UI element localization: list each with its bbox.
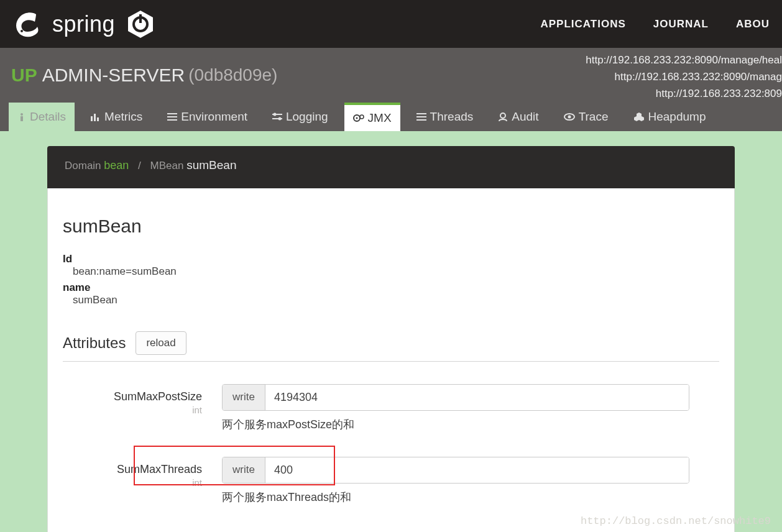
crumb-sep: / <box>138 160 141 172</box>
name-label: name <box>63 282 719 294</box>
input-group: write <box>222 384 689 411</box>
server-id: (0db8d09e) <box>188 65 277 85</box>
tab-jmx[interactable]: JMX <box>344 103 400 131</box>
status-badge: UP <box>11 65 37 86</box>
tab-logging[interactable]: Logging <box>264 103 337 131</box>
top-nav: APPLICATIONS JOURNAL ABOU <box>540 18 770 30</box>
attr-label-col: SumMaxThreads int <box>63 457 222 488</box>
attr-type: int <box>63 405 202 415</box>
brand-text: spring <box>52 11 115 37</box>
reload-button[interactable]: reload <box>136 331 186 355</box>
svg-point-18 <box>360 115 364 119</box>
tab-logging-label: Logging <box>286 110 328 124</box>
nav-applications[interactable]: APPLICATIONS <box>540 18 625 30</box>
eye-icon <box>564 112 575 121</box>
server-name: ADMIN-SERVER <box>42 65 185 86</box>
svg-point-15 <box>278 117 281 121</box>
tab-trace-label: Trace <box>579 110 609 124</box>
attr-type: int <box>63 477 202 488</box>
info-icon <box>17 112 26 121</box>
panel: Domain bean / MBean sumBean sumBean Id b… <box>47 146 735 532</box>
summaxthreads-input[interactable] <box>265 457 689 483</box>
write-button[interactable]: write <box>223 385 265 410</box>
content: sumBean Id bean:name=sumBean name sumBea… <box>47 188 735 532</box>
summaxpostsize-input[interactable] <box>265 385 689 410</box>
tab-jmx-label: JMX <box>368 111 392 125</box>
tab-trace[interactable]: Trace <box>555 103 617 131</box>
tab-threads-label: Threads <box>430 110 474 124</box>
attr-name: SumMaxPostSize <box>114 390 202 403</box>
tab-heapdump[interactable]: Heapdump <box>625 103 715 131</box>
gears-icon <box>353 114 364 122</box>
tab-audit-label: Audit <box>512 110 538 124</box>
tab-environment-label: Environment <box>181 110 247 124</box>
attr-row-summaxpostsize: SumMaxPostSize int write 两个服务maxPostSize… <box>63 384 719 432</box>
attributes-heading: Attributes <box>63 334 126 352</box>
name-value: sumBean <box>73 294 719 306</box>
subheader: UP ADMIN-SERVER (0db8d09e) http://192.16… <box>0 48 782 103</box>
svg-point-4 <box>21 113 23 116</box>
lines-icon <box>416 112 426 121</box>
attr-input-col: write 两个服务maxPostSize的和 <box>222 384 689 432</box>
id-value: bean:name=sumBean <box>73 265 719 278</box>
write-button[interactable]: write <box>223 457 265 483</box>
tab-threads[interactable]: Threads <box>408 103 482 131</box>
id-label: Id <box>63 253 719 265</box>
tab-metrics[interactable]: Metrics <box>82 103 151 131</box>
topbar: spring APPLICATIONS JOURNAL ABOU <box>0 0 782 48</box>
svg-rect-6 <box>91 116 93 121</box>
svg-rect-9 <box>167 113 177 114</box>
attr-input-col: write 两个服务maxThreads的和 <box>222 457 689 505</box>
tab-metrics-label: Metrics <box>104 110 142 124</box>
endpoint-manage[interactable]: http://192.168.233.232:8090/manag <box>586 68 782 85</box>
tab-details-label: Details <box>30 110 66 124</box>
attr-name: SumMaxThreads <box>117 463 202 475</box>
attr-desc: 两个服务maxPostSize的和 <box>222 417 689 432</box>
attr-label-col: SumMaxPostSize int <box>63 384 222 415</box>
nav-about[interactable]: ABOU <box>736 18 770 30</box>
svg-point-22 <box>500 113 505 118</box>
crumb-domain-label: Domain <box>65 160 101 172</box>
breadcrumb: Domain bean / MBean sumBean <box>47 146 735 188</box>
sliders-icon <box>272 112 282 121</box>
attr-row-summaxthreads: SumMaxThreads int write 两个服务maxThreads的和 <box>63 457 719 505</box>
tabbar: Details Metrics Environment Logging JMX … <box>0 103 782 131</box>
endpoint-links: http://192.168.233.232:8090/manage/heal … <box>586 52 782 103</box>
svg-rect-10 <box>167 116 177 117</box>
spring-leaf-icon <box>12 9 42 39</box>
svg-rect-7 <box>94 114 96 121</box>
tab-details[interactable]: Details <box>9 103 75 131</box>
power-icon <box>125 9 156 40</box>
svg-point-24 <box>568 116 571 119</box>
svg-rect-21 <box>416 119 426 121</box>
tab-environment[interactable]: Environment <box>159 103 256 131</box>
endpoint-health[interactable]: http://192.168.233.232:8090/manage/heal <box>586 52 782 68</box>
svg-rect-5 <box>21 116 23 121</box>
logo-area: spring <box>12 9 156 40</box>
svg-point-14 <box>273 113 276 116</box>
attributes-head: Attributes reload <box>63 331 719 362</box>
bar-chart-icon <box>91 112 101 121</box>
mbean-meta: Id bean:name=sumBean name sumBean <box>63 253 719 306</box>
svg-rect-20 <box>416 116 426 117</box>
nav-journal[interactable]: JOURNAL <box>653 18 709 30</box>
user-icon <box>498 112 508 121</box>
mbean-title: sumBean <box>63 216 719 237</box>
endpoint-base[interactable]: http://192.168.233.232:809 <box>586 85 782 102</box>
svg-rect-11 <box>167 119 177 121</box>
crumb-mbean-label: MBean <box>150 160 184 172</box>
svg-point-0 <box>21 30 23 32</box>
main: Domain bean / MBean sumBean sumBean Id b… <box>0 131 782 532</box>
crumb-mbean-value: sumBean <box>186 158 236 172</box>
crumb-domain-value[interactable]: bean <box>104 159 129 172</box>
svg-rect-3 <box>139 14 142 23</box>
svg-rect-19 <box>416 113 426 114</box>
cubes-icon <box>633 112 645 121</box>
tab-heapdump-label: Heapdump <box>648 110 706 124</box>
attr-desc: 两个服务maxThreads的和 <box>222 490 689 505</box>
svg-point-17 <box>356 117 357 119</box>
svg-rect-8 <box>97 117 99 121</box>
list-icon <box>167 112 177 121</box>
watermark: http://blog.csdn.net/snowhite9 <box>581 515 771 527</box>
tab-audit[interactable]: Audit <box>489 103 547 131</box>
